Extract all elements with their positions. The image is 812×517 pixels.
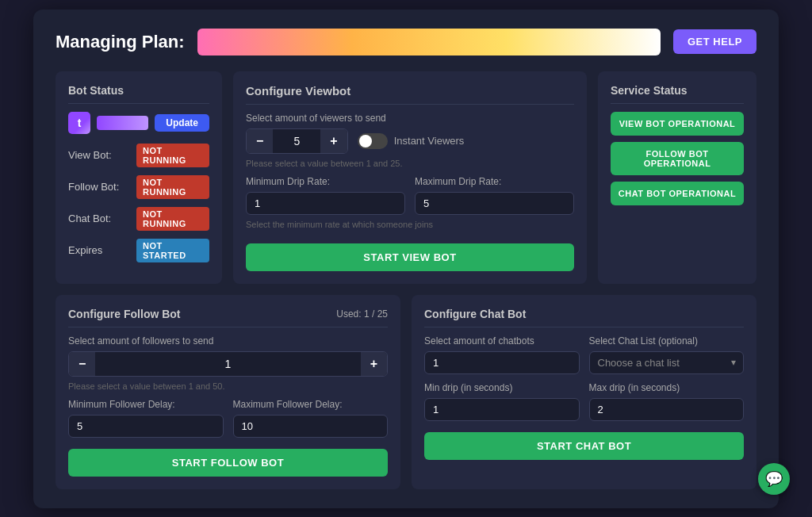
followbot-status-badge: NOT RUNNING bbox=[136, 175, 209, 199]
followbot-status-row: Follow Bot: NOT RUNNING bbox=[68, 175, 209, 199]
chatbot-label: Chat Bot: bbox=[68, 213, 130, 224]
min-drip-group: Minimum Drip Rate: bbox=[246, 176, 405, 215]
outer-container: Managing Plan: GET HELP Bot Status t Upd… bbox=[0, 0, 812, 517]
bot-status-title: Bot Status bbox=[68, 84, 209, 104]
viewbot-panel: Configure Viewbot Select amount of viewe… bbox=[233, 71, 587, 284]
chatbots-input[interactable] bbox=[424, 351, 580, 374]
twitch-bar bbox=[97, 116, 148, 130]
chat-drip-row: Min drip (in seconds) Max drip (in secon… bbox=[424, 382, 744, 421]
viewers-label: Select amount of viewers to send bbox=[246, 113, 574, 124]
viewers-plus-button[interactable]: + bbox=[320, 129, 347, 153]
start-chatbot-button[interactable]: START CHAT BOT bbox=[424, 432, 744, 460]
followers-helper-text: Please select a value between 1 and 50. bbox=[68, 381, 388, 391]
chatbot-status-badge: NOT RUNNING bbox=[136, 207, 209, 231]
follow-bot-used: Used: 1 / 25 bbox=[336, 308, 388, 320]
viewers-minus-button[interactable]: − bbox=[247, 129, 273, 153]
service-status-panel: Service Status VIEW BOT OPERATIONAL FOLL… bbox=[598, 71, 756, 284]
max-follower-delay-group: Maximum Follower Delay: bbox=[233, 399, 389, 438]
instant-viewers-toggle[interactable] bbox=[358, 133, 388, 149]
chat-max-drip-input[interactable] bbox=[589, 398, 745, 421]
max-follower-delay-label: Maximum Follower Delay: bbox=[233, 399, 389, 410]
max-drip-group: Maximum Drip Rate: bbox=[415, 176, 574, 215]
max-drip-input[interactable] bbox=[415, 192, 574, 215]
chatbots-group: Select amount of chatbots bbox=[424, 335, 580, 374]
expires-status-badge: NOT STARTED bbox=[136, 239, 209, 262]
chat-min-drip-label: Min drip (in seconds) bbox=[424, 382, 580, 393]
followers-plus-button[interactable]: + bbox=[361, 352, 387, 376]
chat-bot-title: Configure Chat Bot bbox=[424, 308, 526, 320]
follower-delay-row: Minimum Follower Delay: Maximum Follower… bbox=[68, 399, 388, 438]
max-follower-delay-input[interactable] bbox=[233, 415, 389, 438]
viewbot-status-badge: NOT RUNNING bbox=[136, 144, 209, 167]
chatbots-label: Select amount of chatbots bbox=[424, 335, 580, 347]
chat-list-select-wrapper: Choose a chat list bbox=[589, 351, 745, 374]
min-follower-delay-input[interactable] bbox=[68, 415, 224, 438]
followbot-operational-button[interactable]: FOLLOW BOT OPERATIONAL bbox=[611, 142, 744, 175]
viewbot-operational-button[interactable]: VIEW BOT OPERATIONAL bbox=[611, 112, 744, 136]
drip-helper-text: Select the minimum rate at which someone… bbox=[246, 220, 574, 229]
followers-label: Select amount of followers to send bbox=[68, 335, 388, 347]
min-follower-delay-label: Minimum Follower Delay: bbox=[68, 399, 224, 410]
instant-viewers-toggle-row: Instant Viewers bbox=[358, 133, 465, 149]
chatbot-status-row: Chat Bot: NOT RUNNING bbox=[68, 207, 209, 231]
drip-row: Minimum Drip Rate: Maximum Drip Rate: bbox=[246, 176, 574, 215]
viewers-stepper: − 5 + bbox=[246, 128, 348, 154]
chat-max-drip-group: Max drip (in seconds) bbox=[589, 382, 745, 421]
chat-min-drip-group: Min drip (in seconds) bbox=[424, 382, 580, 421]
chat-min-drip-input[interactable] bbox=[424, 398, 580, 421]
chatbot-operational-button[interactable]: CHAT BOT OPERATIONAL bbox=[611, 182, 744, 205]
expires-label: Expires bbox=[68, 244, 130, 256]
followers-minus-button[interactable]: − bbox=[69, 352, 95, 376]
chat-list-group: Select Chat List (optional) Choose a cha… bbox=[589, 335, 745, 374]
viewers-helper-text: Please select a value between 1 and 25. bbox=[246, 159, 574, 168]
chat-bot-panel: Configure Chat Bot Select amount of chat… bbox=[412, 295, 756, 489]
bottom-row: Configure Follow Bot Used: 1 / 25 Select… bbox=[56, 295, 756, 489]
get-help-button[interactable]: GET HELP bbox=[673, 29, 756, 54]
min-drip-label: Minimum Drip Rate: bbox=[246, 176, 405, 187]
service-status-title: Service Status bbox=[611, 84, 744, 104]
chat-list-select[interactable]: Choose a chat list bbox=[589, 351, 745, 374]
twitch-icon: t bbox=[68, 112, 90, 134]
follow-bot-panel: Configure Follow Bot Used: 1 / 25 Select… bbox=[56, 295, 400, 489]
top-row: Bot Status t Update View Bot: NOT RUNNIN… bbox=[56, 71, 756, 284]
plan-gradient-bar bbox=[197, 29, 661, 56]
chat-max-drip-label: Max drip (in seconds) bbox=[589, 382, 745, 393]
followbot-label: Follow Bot: bbox=[68, 181, 130, 193]
followers-value: 1 bbox=[95, 353, 360, 375]
update-button[interactable]: Update bbox=[155, 114, 209, 132]
start-followbot-button[interactable]: START FOLLOW BOT bbox=[68, 449, 388, 477]
page-title: Managing Plan: bbox=[56, 32, 185, 52]
viewers-value: 5 bbox=[273, 130, 320, 152]
max-drip-label: Maximum Drip Rate: bbox=[415, 176, 574, 187]
twitch-logo-area: t Update bbox=[68, 112, 209, 134]
chat-list-label: Select Chat List (optional) bbox=[589, 335, 745, 347]
instant-viewers-label: Instant Viewers bbox=[394, 135, 465, 147]
main-card: Managing Plan: GET HELP Bot Status t Upd… bbox=[33, 10, 779, 508]
chat-bot-title-row: Configure Chat Bot bbox=[424, 308, 744, 327]
viewers-stepper-row: − 5 + Instant Viewers bbox=[246, 128, 574, 154]
viewbot-status-row: View Bot: NOT RUNNING bbox=[68, 144, 209, 167]
follow-bot-title-row: Configure Follow Bot Used: 1 / 25 bbox=[68, 308, 388, 327]
bot-status-panel: Bot Status t Update View Bot: NOT RUNNIN… bbox=[56, 71, 222, 284]
min-drip-input[interactable] bbox=[246, 192, 405, 215]
header: Managing Plan: GET HELP bbox=[56, 29, 756, 56]
viewbot-label: View Bot: bbox=[68, 149, 130, 161]
followers-stepper: − 1 + bbox=[68, 351, 388, 377]
chat-float-button[interactable]: 💬 bbox=[758, 463, 790, 495]
expires-status-row: Expires NOT STARTED bbox=[68, 239, 209, 262]
start-viewbot-button[interactable]: START VIEW BOT bbox=[246, 243, 574, 271]
min-follower-delay-group: Minimum Follower Delay: bbox=[68, 399, 224, 438]
viewbot-title: Configure Viewbot bbox=[246, 84, 574, 105]
chat-icon: 💬 bbox=[765, 470, 783, 488]
follow-bot-title: Configure Follow Bot bbox=[68, 308, 181, 320]
chatbot-top-row: Select amount of chatbots Select Chat Li… bbox=[424, 335, 744, 374]
